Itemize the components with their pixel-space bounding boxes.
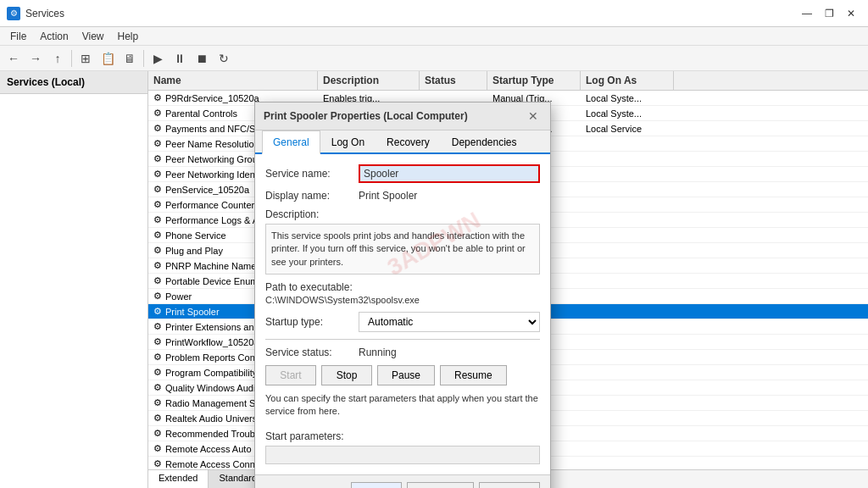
- services-header: Name Description Status Startup Type Log…: [148, 71, 868, 91]
- service-logon-cell: Local Service: [581, 121, 674, 136]
- menu-file[interactable]: File: [3, 29, 33, 44]
- service-status-row: Service status: Running: [265, 347, 540, 358]
- start-params-input[interactable]: [265, 446, 540, 464]
- tab-extended[interactable]: Extended: [148, 470, 209, 488]
- col-description[interactable]: Description: [318, 71, 420, 90]
- dialog-close-button[interactable]: ✕: [525, 108, 542, 125]
- service-name-input[interactable]: [359, 164, 540, 183]
- left-panel-content: [0, 94, 147, 488]
- service-logon-cell: [581, 457, 674, 469]
- service-logon-cell: [581, 441, 674, 456]
- back-button[interactable]: ←: [3, 48, 24, 69]
- dialog-tab-dependencies[interactable]: Dependencies: [441, 130, 528, 154]
- startup-type-row: Startup type: Automatic Automatic (Delay…: [265, 312, 540, 332]
- pause-button[interactable]: ⏸: [170, 48, 190, 69]
- service-logon-cell: [581, 167, 674, 181]
- service-status-label: Service status:: [265, 347, 359, 358]
- service-logon-cell: Local Syste...: [581, 91, 674, 105]
- separator-1: [71, 50, 72, 67]
- service-logon-cell: [581, 228, 674, 242]
- ok-button[interactable]: OK: [351, 482, 401, 488]
- play-button[interactable]: ▶: [147, 48, 168, 69]
- description-box: This service spools print jobs and handl…: [265, 224, 540, 274]
- stop-button[interactable]: ⏹: [192, 48, 212, 69]
- service-logon-cell: [581, 365, 674, 380]
- service-logon-cell: [581, 335, 674, 349]
- service-control-buttons: Start Stop Pause Resume: [265, 365, 540, 385]
- service-name-row: Service name:: [265, 164, 540, 183]
- apply-button[interactable]: Apply: [479, 482, 540, 488]
- service-logon-cell: [581, 350, 674, 364]
- menu-view[interactable]: View: [75, 29, 111, 44]
- resume-button[interactable]: Resume: [440, 365, 507, 385]
- start-button[interactable]: Start: [265, 365, 316, 385]
- service-logon-cell: [581, 411, 674, 425]
- service-name-label: Service name:: [265, 168, 359, 180]
- close-button[interactable]: ✕: [841, 5, 861, 22]
- service-logon-cell: [581, 213, 674, 227]
- separator-2: [143, 50, 144, 67]
- startup-type-label: Startup type:: [265, 316, 359, 328]
- dialog-body: Service name: Display name: Print Spoole…: [255, 154, 550, 474]
- left-panel-header[interactable]: Services (Local): [0, 71, 147, 94]
- service-status-value: Running: [359, 347, 397, 358]
- col-logon[interactable]: Log On As: [581, 71, 674, 90]
- app-icon: ⚙: [7, 7, 20, 20]
- properties-dialog: Print Spooler Properties (Local Computer…: [254, 102, 551, 488]
- display-name-label: Display name:: [265, 190, 359, 202]
- forward-button[interactable]: →: [25, 48, 46, 69]
- dialog-tab-general[interactable]: General: [262, 130, 320, 154]
- service-logon-cell: [581, 182, 674, 197]
- service-logon-cell: [581, 197, 674, 212]
- start-params-label: Start parameters:: [265, 430, 540, 442]
- minimize-button[interactable]: —: [797, 5, 817, 22]
- toolbar: ← → ↑ ⊞ 📋 🖥 ▶ ⏸ ⏹ ↻: [0, 46, 868, 71]
- properties-button[interactable]: 📋: [97, 48, 118, 69]
- col-status[interactable]: Status: [420, 71, 487, 90]
- stop-button[interactable]: Stop: [321, 365, 372, 385]
- description-label: Description:: [265, 208, 540, 220]
- pause-button[interactable]: Pause: [377, 365, 435, 385]
- service-logon-cell: [581, 136, 674, 151]
- app-title: Services: [25, 8, 64, 19]
- service-logon-cell: [581, 152, 674, 166]
- menu-action[interactable]: Action: [33, 29, 75, 44]
- service-logon-cell: Local Syste...: [581, 106, 674, 120]
- note-text: You can specify the start parameters tha…: [265, 392, 540, 419]
- service-logon-cell: [581, 426, 674, 441]
- service-logon-cell: [581, 319, 674, 334]
- service-logon-cell: [581, 258, 674, 273]
- service-logon-cell: [581, 380, 674, 395]
- computer-button[interactable]: 🖥: [120, 48, 140, 69]
- startup-type-select[interactable]: Automatic Automatic (Delayed Start) Manu…: [359, 312, 540, 332]
- maximize-button[interactable]: ❐: [819, 5, 839, 22]
- cancel-button[interactable]: Cancel: [407, 482, 474, 488]
- description-section: Description: This service spools print j…: [265, 208, 540, 274]
- dialog-tab-recovery[interactable]: Recovery: [376, 130, 441, 154]
- separator: [265, 339, 540, 340]
- col-name[interactable]: Name: [148, 71, 318, 90]
- title-bar: ⚙ Services — ❐ ✕: [0, 0, 868, 27]
- dialog-tabs: General Log On Recovery Dependencies: [255, 130, 550, 154]
- dialog-footer: OK Cancel Apply: [255, 474, 550, 488]
- menu-help[interactable]: Help: [111, 29, 146, 44]
- service-logon-cell: [581, 396, 674, 410]
- service-logon-cell: [581, 304, 674, 319]
- display-name-row: Display name: Print Spooler: [265, 190, 540, 202]
- show-hide-button[interactable]: ⊞: [75, 48, 96, 69]
- dialog-tab-logon[interactable]: Log On: [320, 130, 376, 154]
- col-startup[interactable]: Startup Type: [487, 71, 581, 90]
- service-logon-cell: [581, 289, 674, 303]
- up-button[interactable]: ↑: [47, 48, 68, 69]
- left-panel: Services (Local): [0, 71, 148, 488]
- path-value: C:\WINDOWS\System32\spoolsv.exe: [265, 295, 540, 305]
- service-logon-cell: [581, 243, 674, 258]
- service-logon-cell: [581, 274, 674, 288]
- dialog-title-bar: Print Spooler Properties (Local Computer…: [255, 103, 550, 130]
- display-name-value: Print Spooler: [359, 190, 540, 202]
- window-controls: — ❐ ✕: [797, 5, 861, 22]
- path-label: Path to executable:: [265, 281, 540, 293]
- menu-bar: File Action View Help: [0, 27, 868, 46]
- restart-button[interactable]: ↻: [214, 48, 234, 69]
- dialog-title: Print Spooler Properties (Local Computer…: [264, 110, 468, 122]
